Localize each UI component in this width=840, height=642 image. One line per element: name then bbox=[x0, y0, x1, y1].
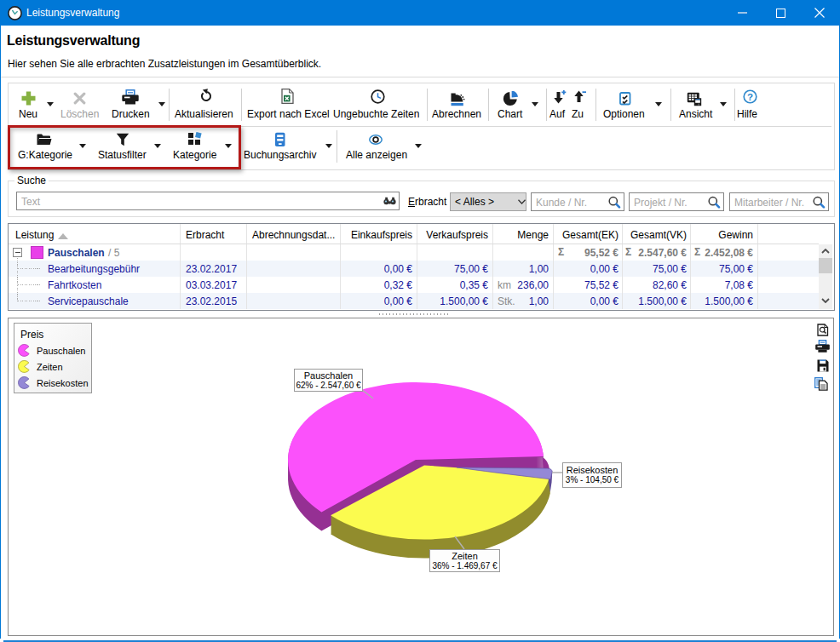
svg-text:?: ? bbox=[747, 92, 753, 102]
